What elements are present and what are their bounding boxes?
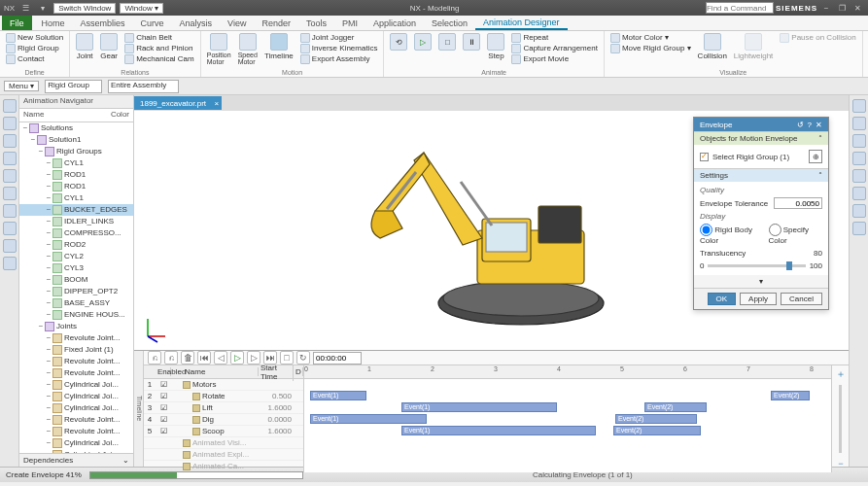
timeline-button[interactable]: Timeline xyxy=(262,32,295,61)
tl-play-button[interactable]: ▷ xyxy=(230,351,244,364)
close-tab-icon[interactable]: × xyxy=(214,99,219,108)
timeline-chart[interactable]: 012345678 Event(1)Event(2)Event(1)Event(… xyxy=(304,365,831,472)
tab-application[interactable]: Application xyxy=(365,16,424,30)
rail-icon[interactable] xyxy=(852,134,866,148)
tree-item[interactable]: −BASE_ASSY xyxy=(19,297,133,309)
command-search[interactable] xyxy=(706,2,774,14)
tree-item[interactable]: −ENGINE HOUS... xyxy=(19,309,133,321)
tab-selection[interactable]: Selection xyxy=(424,16,475,30)
position-motor[interactable]: Position Motor xyxy=(205,32,233,66)
tree-item[interactable]: −Rigid Groups xyxy=(19,146,133,157)
tl-btn[interactable]: 🗑 xyxy=(181,351,194,364)
tree-item[interactable]: −CYL3 xyxy=(19,262,133,274)
document-tab[interactable]: 1899_excavator.prt× xyxy=(134,96,222,110)
tab-analysis[interactable]: Analysis xyxy=(172,16,221,30)
timeline-event[interactable]: Event(1) xyxy=(401,426,596,435)
tab-animation-designer[interactable]: Animation Designer xyxy=(475,16,568,30)
select-rigid-group-row[interactable]: ✓ Select Rigid Group (1) ⊕ xyxy=(700,148,822,165)
tolerance-input[interactable] xyxy=(774,197,822,209)
collision-button[interactable]: Collision xyxy=(696,32,729,61)
joint-button[interactable]: Joint xyxy=(74,32,95,61)
tree-item[interactable]: −Solutions xyxy=(19,122,133,134)
tree-item[interactable]: −BOOM xyxy=(19,274,133,286)
view-triad-icon[interactable] xyxy=(140,315,169,344)
timeline-row[interactable]: Animated Visi... xyxy=(144,437,303,449)
speed-motor[interactable]: Speed Motor xyxy=(236,32,260,66)
mech-cam[interactable]: Mechanical Cam xyxy=(122,53,196,64)
tab-view[interactable]: View xyxy=(220,16,254,30)
tl-btn[interactable]: ⎌ xyxy=(148,351,161,364)
timeline-event[interactable]: Event(2) xyxy=(771,391,810,400)
panel-reset-icon[interactable]: ↺ xyxy=(797,121,804,129)
expand-icon[interactable]: ▾ xyxy=(694,275,828,288)
stop-button[interactable]: □ xyxy=(436,32,458,52)
step-button[interactable]: Step xyxy=(485,32,506,61)
specify-color-radio[interactable]: Specify Color xyxy=(769,224,823,245)
dd-icon[interactable]: ▾ xyxy=(36,2,50,14)
timeline-row[interactable]: 3☑Lift1.6000 xyxy=(144,402,303,414)
tab-assemblies[interactable]: Assemblies xyxy=(73,16,133,30)
pause-button[interactable]: ⏸ xyxy=(461,32,482,52)
pause-on-collision[interactable]: Pause on Collision xyxy=(778,32,857,43)
tl-btn[interactable]: ◁ xyxy=(214,351,227,364)
repeat[interactable]: Repeat xyxy=(509,32,600,43)
rail-icon[interactable] xyxy=(852,187,866,200)
filter-dd-1[interactable]: Rigid Group xyxy=(45,80,102,93)
target-icon[interactable]: ⊕ xyxy=(809,150,822,163)
new-solution[interactable]: New Solution xyxy=(4,32,65,43)
rail-icon[interactable] xyxy=(3,257,17,270)
zoom-out-icon[interactable]: － xyxy=(836,457,846,470)
filter-dd-2[interactable]: Entire Assembly xyxy=(108,80,179,93)
capture-arrangement[interactable]: Capture Arrangement xyxy=(509,43,600,53)
rail-icon[interactable] xyxy=(852,99,866,113)
tree-item[interactable]: −CYL1 xyxy=(19,192,133,204)
tl-btn[interactable]: ⏭ xyxy=(263,351,277,364)
apply-button[interactable]: Apply xyxy=(740,293,777,305)
gear-button[interactable]: Gear xyxy=(98,32,120,61)
timeline-row[interactable]: 2☑Rotate0.500 xyxy=(144,391,303,402)
rack-pinion[interactable]: Rack and Pinion xyxy=(122,43,196,53)
contact[interactable]: Contact xyxy=(4,53,65,64)
translucency-slider[interactable] xyxy=(708,264,805,267)
lightweight-button[interactable]: Lightweight xyxy=(732,32,775,61)
nav-tree[interactable]: −Solutions−Solution1−Rigid Groups−CYL1−R… xyxy=(19,122,133,453)
col-name[interactable]: Name xyxy=(23,110,111,121)
rail-icon[interactable] xyxy=(3,152,17,165)
timeline-row[interactable]: Animated Expl... xyxy=(144,449,303,461)
rail-icon[interactable] xyxy=(3,204,17,218)
sec-objects[interactable]: Objects for Motion Envelope˄ xyxy=(694,131,828,145)
tree-item[interactable]: −Fixed Joint (1) xyxy=(19,344,133,356)
tab-curve[interactable]: Curve xyxy=(133,16,172,30)
tree-item[interactable]: −DIPPER_OPT2 xyxy=(19,286,133,297)
tree-item[interactable]: −COMPRESSO... xyxy=(19,227,133,239)
inverse-kinematics[interactable]: Inverse Kinematics xyxy=(298,43,380,53)
panel-close-icon[interactable]: ✕ xyxy=(816,121,822,129)
cancel-button[interactable]: Cancel xyxy=(781,293,822,305)
tl-btn[interactable]: ⎌ xyxy=(164,351,178,364)
rail-icon[interactable] xyxy=(3,222,17,235)
window-menu[interactable]: Window ▾ xyxy=(120,3,163,14)
rail-icon[interactable] xyxy=(852,169,866,183)
timeline-event[interactable]: Event(2) xyxy=(644,402,707,412)
3d-viewport[interactable]: Envelope ↺ ? ✕ Objects for Motion Envelo… xyxy=(134,111,849,350)
tree-item[interactable]: −IDLER_LINKS xyxy=(19,216,133,227)
timeline-row[interactable]: 5☑Scoop1.6000 xyxy=(144,426,303,437)
zoom-slider[interactable] xyxy=(839,385,842,453)
tree-item[interactable]: −Cylindrical Joi... xyxy=(19,437,133,449)
tree-item[interactable]: −Cylindrical Joi... xyxy=(19,379,133,391)
tl-time-input[interactable] xyxy=(313,352,362,364)
restore-icon[interactable]: ❐ xyxy=(835,2,849,14)
tree-item[interactable]: −BUCKET_EDGES xyxy=(19,204,133,216)
rail-icon[interactable] xyxy=(852,117,866,130)
timeline-event[interactable]: Event(1) xyxy=(310,391,366,400)
chain-belt[interactable]: Chain Belt xyxy=(122,32,196,43)
zoom-in-icon[interactable]: ＋ xyxy=(836,367,846,381)
tree-item[interactable]: −ROD1 xyxy=(19,181,133,192)
joint-jogger[interactable]: Joint Jogger xyxy=(298,32,380,43)
panel-help-icon[interactable]: ? xyxy=(808,121,812,129)
tree-item[interactable]: −Cylindrical Joi... xyxy=(19,402,133,414)
rail-icon[interactable] xyxy=(3,99,17,113)
rail-icon[interactable] xyxy=(852,152,866,165)
menu-dd[interactable]: Menu ▾ xyxy=(4,81,39,91)
tree-item[interactable]: −CYL2 xyxy=(19,251,133,262)
